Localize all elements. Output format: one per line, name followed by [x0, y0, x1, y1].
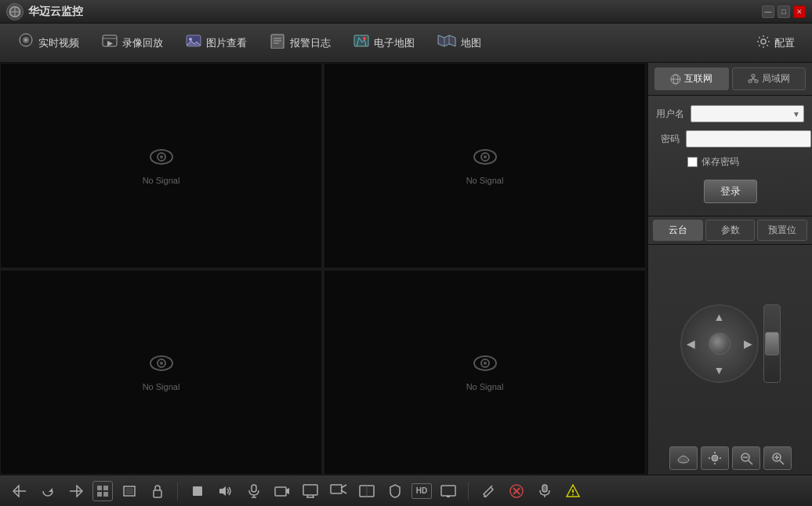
internet-tab[interactable]: 互联网 [654, 67, 729, 90]
ptz-zoom-in-btn[interactable] [763, 446, 792, 470]
ptz-zoom-thumb[interactable] [765, 332, 779, 355]
ptz-right-btn[interactable]: ▶ [744, 337, 752, 350]
username-select[interactable]: ▼ [691, 105, 804, 122]
svg-rect-37 [752, 75, 755, 77]
no-signal-label-2: No Signal [466, 176, 504, 185]
nav-back-btn[interactable] [8, 480, 31, 502]
password-row: 密码 [656, 130, 804, 147]
warning-btn[interactable] [561, 480, 585, 502]
monitor-btn[interactable] [299, 480, 322, 502]
svg-point-17 [363, 37, 366, 40]
ptz-tab-params[interactable]: 参数 [705, 220, 756, 241]
svg-line-52 [780, 460, 784, 464]
svg-rect-61 [103, 486, 108, 490]
right-panel: 互联网 局域网 用户名 ▼ 密码 保存密码 [647, 63, 812, 475]
ptz-bottom-controls [648, 442, 812, 475]
nav-playback-icon [101, 33, 118, 53]
video-cell-1[interactable]: No Signal [0, 63, 322, 268]
window-controls: — □ ✕ [762, 5, 806, 18]
toolbar-divider-1 [177, 482, 178, 500]
close-cam-btn[interactable] [505, 480, 528, 502]
ptz-center-btn[interactable] [709, 333, 730, 355]
ptz-joystick: ▲ ▼ ◀ ▶ [680, 304, 759, 383]
svg-rect-60 [97, 486, 102, 490]
svg-point-24 [160, 155, 163, 158]
svg-point-21 [761, 39, 766, 44]
hd-btn[interactable]: HD [411, 483, 432, 499]
close-button[interactable]: ✕ [793, 5, 806, 18]
mic2-btn[interactable] [533, 480, 556, 502]
nav-alarm[interactable]: 报警日志 [259, 28, 340, 57]
nav-playback[interactable]: 录像回放 [92, 28, 172, 57]
ptz-zoom-out-btn[interactable] [732, 446, 760, 470]
lock-btn[interactable] [146, 480, 169, 502]
fullscreen-btn[interactable] [118, 480, 141, 502]
svg-rect-39 [755, 80, 758, 82]
display-btn[interactable] [437, 480, 460, 502]
svg-rect-78 [331, 485, 342, 493]
minimize-button[interactable]: — [762, 5, 774, 18]
ptz-controls: ▲ ▼ ◀ ▶ [648, 245, 812, 442]
nav-emap-label: 电子地图 [374, 36, 415, 50]
no-signal-label-1: No Signal [143, 176, 180, 185]
screen2-btn[interactable] [355, 480, 379, 502]
username-label: 用户名 [656, 107, 684, 121]
nav-forward-btn[interactable] [64, 480, 88, 502]
mic-btn[interactable] [242, 480, 266, 502]
password-label: 密码 [656, 133, 680, 146]
ptz-rain-btn[interactable] [669, 446, 698, 470]
svg-point-94 [572, 493, 574, 495]
svg-point-27 [484, 155, 487, 158]
shield-btn[interactable] [383, 480, 407, 502]
svg-line-49 [749, 460, 752, 464]
ptz-down-btn[interactable]: ▼ [714, 364, 725, 377]
svg-rect-62 [97, 492, 102, 497]
ptz-tab-preset-label: 预置位 [768, 224, 796, 235]
edit-btn[interactable] [477, 480, 500, 502]
ptz-sun-btn[interactable] [701, 446, 729, 470]
video-cell-4[interactable]: No Signal [324, 270, 646, 475]
svg-point-30 [160, 362, 163, 365]
lan-tab[interactable]: 局域网 [732, 67, 807, 90]
cut-screen-btn[interactable] [327, 480, 350, 502]
svg-rect-72 [275, 487, 286, 496]
login-button[interactable]: 登录 [704, 180, 757, 203]
svg-rect-65 [125, 488, 133, 494]
svg-line-86 [491, 486, 492, 487]
svg-point-6 [24, 38, 27, 42]
video-cell-3[interactable]: No Signal [0, 270, 322, 475]
svg-rect-90 [542, 485, 547, 492]
camera-btn[interactable] [270, 480, 294, 502]
ptz-up-btn[interactable]: ▲ [714, 311, 725, 323]
nav-pictures[interactable]: 图片查看 [176, 28, 256, 57]
nav-alarm-label: 报警日志 [290, 36, 331, 50]
main-area: No Signal No Signal No Signal No Signal [0, 63, 812, 475]
svg-point-11 [189, 38, 192, 41]
ptz-left-btn[interactable]: ◀ [687, 337, 695, 350]
nav-emap[interactable]: 电子地图 [343, 28, 424, 57]
stop-btn[interactable] [186, 480, 209, 502]
nav-realtime[interactable]: 实时视频 [8, 28, 89, 57]
save-password-checkbox[interactable] [687, 157, 698, 167]
password-input[interactable] [686, 130, 811, 147]
ptz-zoom-slider[interactable] [763, 304, 781, 383]
network-tabs: 互联网 局域网 [648, 63, 812, 96]
video-cell-2[interactable]: No Signal [324, 63, 646, 268]
app-logo [6, 3, 24, 20]
svg-point-33 [484, 362, 487, 365]
ptz-tab-ptz[interactable]: 云台 [653, 220, 703, 241]
ptz-tab-preset[interactable]: 预置位 [757, 220, 807, 241]
svg-marker-18 [438, 35, 455, 46]
nav-map[interactable]: 地图 [427, 28, 491, 57]
svg-point-43 [712, 455, 718, 461]
save-password-row: 保存密码 [656, 155, 804, 169]
svg-rect-69 [252, 485, 256, 492]
volume-btn[interactable] [214, 480, 237, 502]
no-signal-label-3: No Signal [143, 382, 180, 391]
svg-rect-84 [447, 496, 450, 497]
restore-button[interactable]: □ [778, 5, 790, 18]
grid4-btn[interactable] [92, 481, 113, 501]
no-signal-label-4: No Signal [466, 382, 504, 391]
nav-refresh-btn[interactable] [36, 480, 60, 502]
nav-config[interactable]: 配置 [747, 30, 804, 56]
